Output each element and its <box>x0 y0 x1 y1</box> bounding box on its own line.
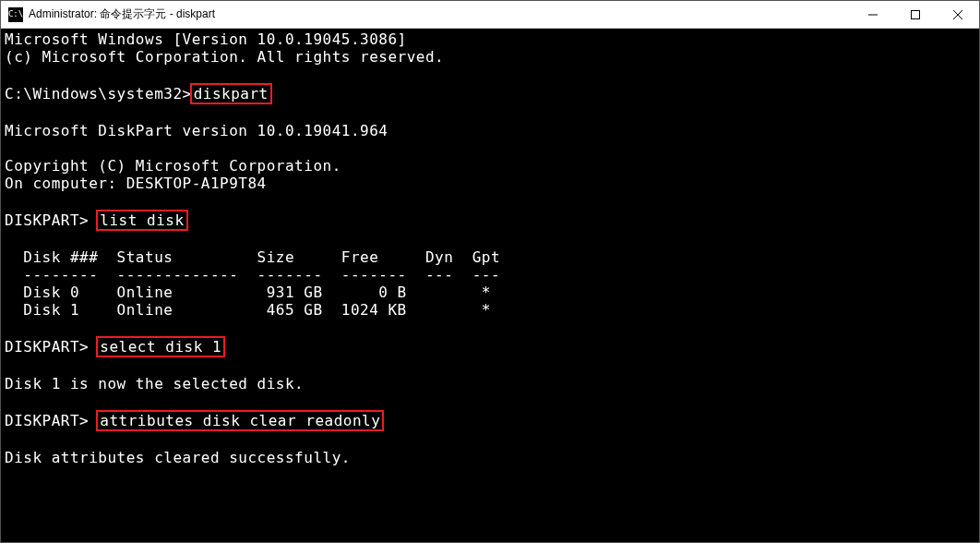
maximize-icon <box>911 10 920 19</box>
highlight-select-disk: select disk 1 <box>96 336 225 357</box>
diskpart-prompt: DISKPART> <box>5 338 98 356</box>
cleared-msg-line: Disk attributes cleared successfully. <box>5 449 975 466</box>
table-header: Disk ### Status Size Free Dyn Gpt <box>5 248 975 266</box>
highlight-attributes: attributes disk clear readonly <box>96 410 384 431</box>
minimize-button[interactable] <box>852 1 894 28</box>
window-title: Administrator: 命令提示字元 - diskpart <box>29 6 852 22</box>
titlebar[interactable]: C:\ Administrator: 命令提示字元 - diskpart <box>1 1 979 29</box>
diskpart-prompt: DISKPART> <box>5 211 98 229</box>
table-row: Disk 1 Online 465 GB 1024 KB * <box>5 301 975 319</box>
attributes-line: DISKPART> attributes disk clear readonly <box>5 410 975 431</box>
table-divider: -------- ------------- ------- ------- -… <box>5 266 975 284</box>
blank-line <box>5 104 975 122</box>
list-disk-line: DISKPART> list disk <box>5 210 975 231</box>
blank-line <box>5 392 975 410</box>
maximize-button[interactable] <box>894 1 937 28</box>
blank-line <box>5 66 975 83</box>
diskpart-prompt: DISKPART> <box>5 412 98 429</box>
window-controls <box>852 1 979 28</box>
terminal-output[interactable]: Microsoft Windows [Version 10.0.19045.30… <box>1 29 979 542</box>
blank-line <box>5 319 975 336</box>
copyright-line: (c) Microsoft Corporation. All rights re… <box>5 48 975 66</box>
minimize-icon <box>868 10 878 19</box>
diskpart-copyright-line: Copyright (C) Microsoft Corporation. <box>5 157 975 175</box>
blank-line <box>5 431 975 449</box>
app-icon-text: C:\ <box>8 10 23 18</box>
select-disk-line: DISKPART> select disk 1 <box>5 336 975 357</box>
table-row: Disk 0 Online 931 GB 0 B * <box>5 284 975 301</box>
close-button[interactable] <box>937 1 979 28</box>
diskpart-version-line: Microsoft DiskPart version 10.0.19041.96… <box>5 122 975 139</box>
diskpart-cmd-line: C:\Windows\system32>diskpart <box>5 83 975 104</box>
highlight-list-disk: list disk <box>96 210 187 231</box>
path-prompt: C:\Windows\system32> <box>5 85 192 103</box>
blank-line <box>5 231 975 248</box>
computer-line: On computer: DESKTOP-A1P9T84 <box>5 175 975 192</box>
svg-rect-1 <box>912 10 920 18</box>
blank-line <box>5 192 975 210</box>
command-prompt-window: C:\ Administrator: 命令提示字元 - diskpart Mic… <box>0 0 980 543</box>
blank-line <box>5 357 975 375</box>
blank-line <box>5 139 975 157</box>
selected-msg-line: Disk 1 is now the selected disk. <box>5 375 975 392</box>
app-icon: C:\ <box>8 7 23 22</box>
version-line: Microsoft Windows [Version 10.0.19045.30… <box>5 30 975 48</box>
highlight-diskpart: diskpart <box>190 83 272 104</box>
close-icon <box>953 10 962 19</box>
